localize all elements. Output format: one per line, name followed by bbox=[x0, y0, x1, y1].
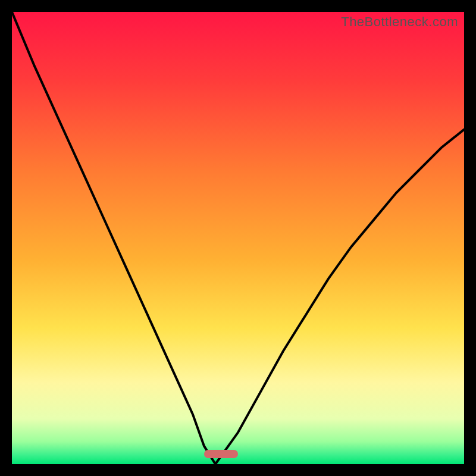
optimum-marker bbox=[204, 450, 238, 458]
watermark-text: TheBottleneck.com bbox=[341, 14, 458, 30]
plot-frame: TheBottleneck.com bbox=[12, 12, 464, 464]
bottleneck-curve bbox=[12, 12, 464, 464]
